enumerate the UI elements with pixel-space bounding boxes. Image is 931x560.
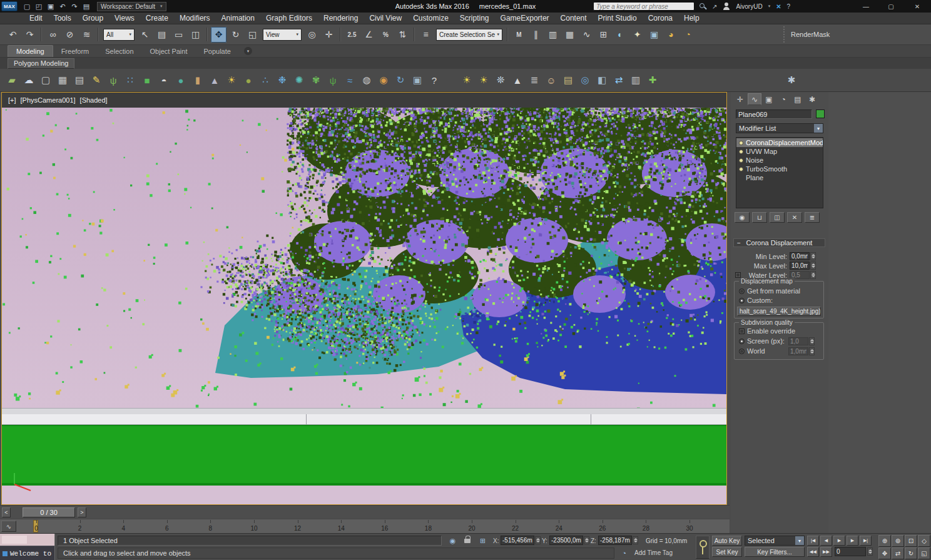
water-level-checkbox[interactable] (735, 272, 741, 278)
selection-filter-dropdown[interactable]: All▾ (103, 29, 135, 41)
key-filters-button[interactable]: Key Filters... (745, 547, 805, 557)
schematic-view-icon[interactable]: ⊞ (596, 27, 611, 43)
mini-curve-editor-button[interactable]: ∿ (1, 521, 16, 532)
scatter-icon[interactable]: ∴ (257, 71, 273, 89)
screen-icon[interactable]: ◧ (594, 71, 610, 89)
help-tool-icon[interactable]: ? (426, 71, 442, 89)
list-tool-icon[interactable]: ≣ (526, 71, 542, 89)
water-level-spinner[interactable] (810, 271, 816, 279)
menu-item-corona[interactable]: Corona (643, 14, 678, 23)
play-animation-button[interactable]: ▶ (833, 536, 845, 546)
motion-tab[interactable]: ◔ (776, 93, 790, 105)
menu-item-views[interactable]: Views (109, 14, 140, 23)
menu-item-print-studio[interactable]: Print Studio (593, 14, 643, 23)
align-icon[interactable]: ∥ (528, 27, 544, 43)
select-and-rotate-icon[interactable]: ↻ (228, 27, 243, 43)
angle-snap-icon[interactable]: ∠ (361, 27, 377, 43)
menu-item-animation[interactable]: Animation (216, 14, 260, 23)
next-frame-button[interactable]: ▶ (847, 536, 858, 546)
object-color-swatch[interactable] (816, 109, 825, 118)
menu-item-group[interactable]: Group (77, 14, 109, 23)
reference-coordinate-system-dropdown[interactable]: View▾ (263, 29, 302, 41)
time-slider[interactable]: 0 / 30 (23, 507, 75, 517)
search-input[interactable] (593, 2, 694, 11)
modifier-noise[interactable]: Noise (736, 156, 823, 165)
y-coordinate-field[interactable] (549, 536, 583, 545)
open-file-icon[interactable]: ◰ (33, 1, 44, 11)
search-icon[interactable] (700, 3, 706, 10)
menu-item-civil-view[interactable]: Civil View (364, 14, 407, 23)
use-pivot-point-center-icon[interactable]: ◎ (304, 27, 320, 43)
tab-polygon-modeling[interactable]: Polygon Modeling (8, 58, 74, 69)
walk-through-icon[interactable]: ⇄ (892, 547, 904, 559)
menu-item-rendering[interactable]: Rendering (318, 14, 364, 23)
go-to-start-button[interactable]: |◀ (807, 536, 819, 546)
maximize-viewport-toggle-icon[interactable]: ◱ (918, 547, 930, 559)
barrel-primitive-icon[interactable]: ▮ (190, 71, 206, 89)
pyramid-primitive-icon[interactable]: ▲ (206, 71, 223, 89)
panel-tool-icon[interactable]: ▢ (38, 71, 54, 89)
zoom-extents-icon[interactable]: ⊡ (905, 535, 917, 547)
show-end-result-button[interactable]: ⊔ (752, 212, 767, 223)
ribbon-tab-freeform[interactable]: Freeform (53, 46, 98, 57)
rectangular-selection-region-icon[interactable]: ▭ (171, 27, 186, 43)
fern-icon[interactable]: ✾ (308, 71, 324, 89)
configure-modifier-sets-button[interactable]: ≣ (805, 212, 820, 223)
edit-named-selection-sets-icon[interactable]: ≡ (418, 27, 434, 43)
grid-tool-icon[interactable]: ▦ (54, 71, 71, 89)
screen-px-radio[interactable] (739, 339, 745, 344)
modifier-plane[interactable]: Plane (736, 173, 823, 182)
sun-icon[interactable]: ☀ (223, 71, 240, 89)
z-coordinate-field[interactable] (598, 536, 632, 545)
visibility-bulb-icon[interactable] (739, 141, 743, 145)
time-tag-icon[interactable]: ◔ (618, 548, 630, 558)
rendermask-button[interactable]: RenderMask (783, 26, 830, 43)
hierarchy-tab[interactable]: ▣ (762, 93, 776, 105)
time-slider-next-arrow[interactable]: > (78, 507, 86, 517)
object-name-input[interactable] (736, 109, 812, 119)
world-field[interactable] (788, 347, 808, 355)
cloud-tool-icon[interactable]: ☁ (21, 71, 37, 89)
undo-icon[interactable]: ↶ (57, 1, 68, 11)
lightbulb2-icon[interactable]: ☀ (476, 71, 492, 89)
menu-item-customize[interactable]: Customize (407, 14, 454, 23)
isolate-selection-icon[interactable]: ◉ (447, 536, 459, 546)
viewport[interactable]: [+] [PhysCamera001] [Shaded] (1, 92, 727, 505)
lightbulb-icon[interactable]: ☀ (459, 71, 475, 89)
redo-icon[interactable]: ↷ (22, 27, 38, 43)
polygon-tool-icon[interactable]: ▰ (4, 71, 20, 89)
close-button[interactable]: ✕ (903, 0, 931, 13)
grid-plus-icon[interactable]: ✚ (644, 71, 661, 89)
create-tab[interactable]: ✛ (733, 93, 747, 105)
layer-manager-icon[interactable]: ▥ (545, 27, 561, 43)
pot-primitive-icon[interactable]: ◓ (156, 71, 172, 89)
unlink-selection-icon[interactable]: ⊘ (62, 27, 78, 43)
get-from-material-radio[interactable] (739, 288, 745, 294)
world-spinner[interactable] (809, 347, 815, 355)
orbit-icon[interactable]: ↻ (905, 547, 917, 559)
min-level-spinner[interactable] (810, 252, 816, 260)
set-keys-button[interactable] (696, 536, 710, 559)
enable-override-checkbox[interactable] (739, 328, 745, 334)
wave-icon[interactable]: ≈ (342, 71, 358, 89)
olive-sphere-icon[interactable]: ● (240, 71, 257, 89)
workspace-dropdown[interactable]: Workspace: Default ▾ (97, 2, 166, 11)
compass-icon[interactable]: ◉ (375, 71, 392, 89)
selection-lock-icon[interactable] (461, 534, 473, 544)
render-setup-icon[interactable]: ✦ (629, 27, 645, 43)
remove-modifier-button[interactable]: ✕ (787, 212, 802, 223)
gear-icon[interactable]: ✱ (783, 71, 800, 89)
field-of-view-icon[interactable]: ◇ (918, 535, 930, 547)
menu-item-tools[interactable]: Tools (48, 14, 77, 23)
select-and-scale-icon[interactable]: ◱ (245, 27, 260, 43)
snaps-toggle-icon[interactable]: 2.5 (344, 27, 360, 43)
modifier-coronadisplacementmod[interactable]: CoronaDisplacementMod (736, 138, 823, 147)
orbit-tool-icon[interactable]: ↻ (392, 71, 409, 89)
ribbon-minimize-icon[interactable]: ▾ (244, 47, 252, 55)
display-tab[interactable]: ▤ (791, 93, 805, 105)
named-selection-sets-dropdown[interactable]: Create Selection Se▾ (436, 29, 502, 41)
select-and-manipulate-icon[interactable]: ✛ (321, 27, 337, 43)
render-production-icon[interactable]: ◕ (663, 27, 679, 43)
comb-tool-icon[interactable]: ψ (105, 71, 121, 89)
bind-to-space-warp-icon[interactable]: ≋ (79, 27, 94, 43)
